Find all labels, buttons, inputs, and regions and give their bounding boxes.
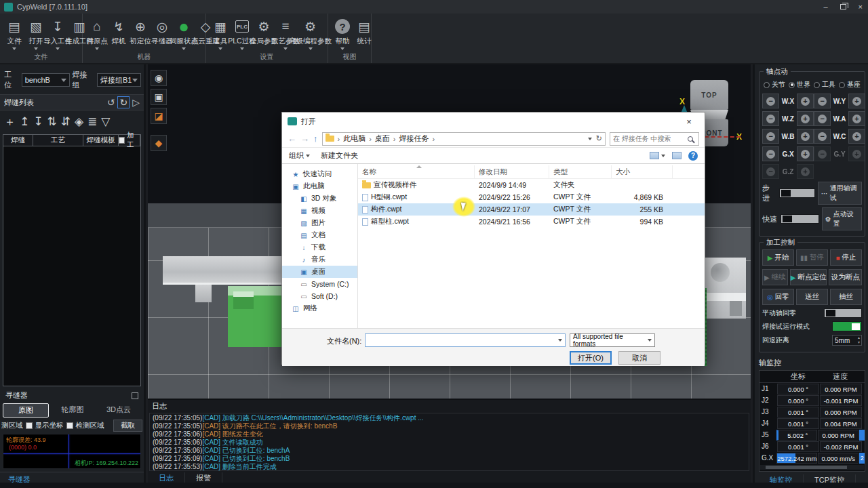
jog-settings-button[interactable]: ⚙点动设置	[822, 207, 862, 230]
radio-icon[interactable]	[814, 82, 820, 88]
welder-button[interactable]: ↯焊机	[108, 16, 129, 52]
mode-tool[interactable]: 工具	[814, 80, 835, 89]
jog-wc-plus-button[interactable]: +	[848, 129, 865, 144]
radio-selected-icon[interactable]	[789, 82, 795, 88]
col-process[interactable]: 工艺	[33, 135, 83, 146]
jog-wa-plus-button[interactable]: +	[848, 111, 865, 126]
jog-wx-plus-button[interactable]: +	[797, 94, 814, 108]
tab-original-image[interactable]: 原图	[3, 403, 49, 418]
view-cube-top-face[interactable]: TOP	[690, 80, 728, 110]
filter-bars-icon[interactable]: ≣	[87, 115, 97, 129]
refresh-icon[interactable]: ↻	[596, 134, 602, 143]
plc-process-button[interactable]: PLCPLC过程	[232, 16, 252, 52]
camera-view[interactable]: 轮廓误差: 43.9 (0000) 0.0 相机IP: 169.254.10.2…	[3, 434, 141, 469]
jog-wy-minus-button[interactable]: −	[814, 94, 831, 108]
statistics-button[interactable]: ▤统计	[354, 16, 374, 52]
sort-icon[interactable]: ⇵	[61, 115, 71, 129]
step-slider[interactable]	[779, 188, 815, 198]
expand-icon[interactable]	[132, 392, 138, 399]
tab-alarm[interactable]: 报警	[185, 472, 222, 484]
move-bottom-icon[interactable]: ↧	[33, 115, 43, 129]
jog-gy-minus-button[interactable]: −	[814, 146, 831, 161]
jog-gx-plus-button[interactable]: +	[797, 146, 814, 161]
breadcrumb-weld-tasks[interactable]: 焊接任务	[398, 134, 431, 144]
sidebar-desktop[interactable]: ▣桌面	[282, 266, 357, 278]
chevron-down-icon[interactable]	[588, 138, 592, 140]
process-params-button[interactable]: ≡工艺参数	[275, 16, 296, 52]
file-row-selected[interactable]: 构件.cwpt 2024/9/22 17:07 CWPT 文件 255 KB	[358, 203, 705, 216]
jog-wc-minus-button[interactable]: −	[814, 129, 831, 144]
view-mode-button[interactable]	[650, 152, 665, 159]
import-workpiece-button[interactable]: ↧导入工件	[47, 16, 68, 52]
preview-pane-icon[interactable]	[672, 152, 682, 159]
initial-position-button[interactable]: ⊕初定位	[130, 16, 151, 52]
refresh-cw-icon[interactable]: ↻	[117, 96, 130, 108]
col-type[interactable]: 类型	[549, 165, 612, 178]
dialog-close-icon[interactable]: ×	[679, 117, 699, 127]
close-icon[interactable]: ×	[859, 3, 863, 11]
log-body[interactable]: (09/22 17:35:05)[CAD] 加载刀路 C:\\Users\\Ad…	[149, 413, 749, 471]
radio-icon[interactable]	[764, 82, 770, 88]
sidebar-pictures[interactable]: ▨图片	[282, 217, 357, 229]
sidebar-quick-access[interactable]: ★快速访问	[282, 168, 357, 180]
breadcrumb[interactable]: › 此电脑 › 桌面 › 焊接任务 › ↻	[322, 132, 606, 146]
translation-home-slider[interactable]	[824, 308, 862, 318]
col-machining[interactable]: 加工	[119, 135, 140, 146]
back-icon[interactable]: ←	[288, 134, 296, 144]
sidebar-documents[interactable]: ▤文档	[282, 229, 357, 241]
tab-log[interactable]: 日志	[148, 472, 185, 484]
tab-3d-pointcloud[interactable]: 3D点云	[96, 403, 141, 418]
move-top-icon[interactable]: ↥	[20, 115, 29, 129]
station-select[interactable]: benchB	[22, 73, 70, 87]
nut-icon[interactable]: ◈	[75, 115, 83, 129]
organize-button[interactable]: 组织	[289, 150, 310, 161]
minimize-icon[interactable]: –	[823, 3, 827, 11]
jog-wz-minus-button[interactable]: −	[762, 111, 779, 126]
weld-testrun-toggle[interactable]	[832, 321, 862, 331]
sidebar-system-c[interactable]: ▭System (C:)	[282, 278, 357, 290]
machining-checkbox[interactable]	[119, 137, 125, 144]
capture-button[interactable]: 截取	[113, 420, 142, 432]
funnel-icon[interactable]: ▽	[101, 115, 110, 129]
breadcrumb-desktop[interactable]: 桌面	[374, 134, 391, 144]
advanced-params-button[interactable]: ⚙高级编程参数	[297, 16, 323, 52]
iso-view-icon[interactable]: ▣	[151, 89, 167, 105]
sidebar-soft-d[interactable]: ▭Soft (D:)	[282, 290, 357, 302]
jog-wz-plus-button[interactable]: +	[797, 111, 814, 126]
jog-wx-minus-button[interactable]: −	[762, 94, 779, 108]
new-folder-button[interactable]: 新建文件夹	[321, 150, 358, 161]
fast-slider[interactable]	[781, 214, 819, 224]
sidebar-videos[interactable]: ▦视频	[282, 205, 357, 217]
search-box[interactable]	[610, 132, 699, 146]
stop-button[interactable]: ■停止	[830, 249, 862, 266]
col-size[interactable]: 大小	[612, 165, 673, 178]
mode-joint[interactable]: 关节	[764, 80, 785, 89]
set-breakpoint-button[interactable]: 设为断点	[829, 269, 862, 285]
dialog-help-icon[interactable]: ?	[688, 151, 698, 161]
breadcrumb-this-pc[interactable]: 此电脑	[342, 134, 367, 144]
file-row[interactable]: H型钢.cwpt 2024/9/22 15:26 CWPT 文件 4,869 K…	[358, 191, 705, 203]
mode-world[interactable]: 世界	[789, 80, 810, 89]
jog-wa-minus-button[interactable]: −	[814, 111, 831, 126]
filetype-select[interactable]: All supported file formats	[570, 333, 655, 347]
axis-debug-button[interactable]: ⋯通用轴调试	[818, 182, 862, 205]
return-zero-button[interactable]: ◎回零	[762, 289, 794, 305]
open-confirm-button[interactable]: 打开(O)	[570, 351, 612, 365]
up-icon[interactable]: ↑	[313, 134, 318, 144]
col-name[interactable]: 名称	[358, 165, 475, 178]
wire-feed-button[interactable]: 送丝	[796, 289, 828, 305]
servo-status-button[interactable]: ●伺服状态	[174, 16, 194, 52]
home-origin-button[interactable]: ⌂回原点	[87, 16, 107, 52]
spin-up-icon[interactable]: ▴	[858, 336, 860, 340]
jog-gx-minus-button[interactable]: −	[762, 146, 779, 161]
sidebar-music[interactable]: ♪音乐	[282, 253, 357, 266]
add-seam-icon[interactable]: ＋	[4, 114, 16, 129]
radio-icon[interactable]	[839, 82, 845, 88]
jog-gy-plus-button[interactable]: +	[848, 146, 865, 161]
col-seam[interactable]: 焊缝	[3, 135, 33, 146]
sidebar-3d-objects[interactable]: ◧3D 对象	[282, 192, 357, 205]
start-button[interactable]: ▶开始	[762, 249, 794, 266]
col-date[interactable]: 修改日期	[475, 165, 549, 178]
render-mode-icon[interactable]: ◪	[151, 108, 167, 124]
jog-gz-minus-button[interactable]: −	[762, 164, 779, 179]
